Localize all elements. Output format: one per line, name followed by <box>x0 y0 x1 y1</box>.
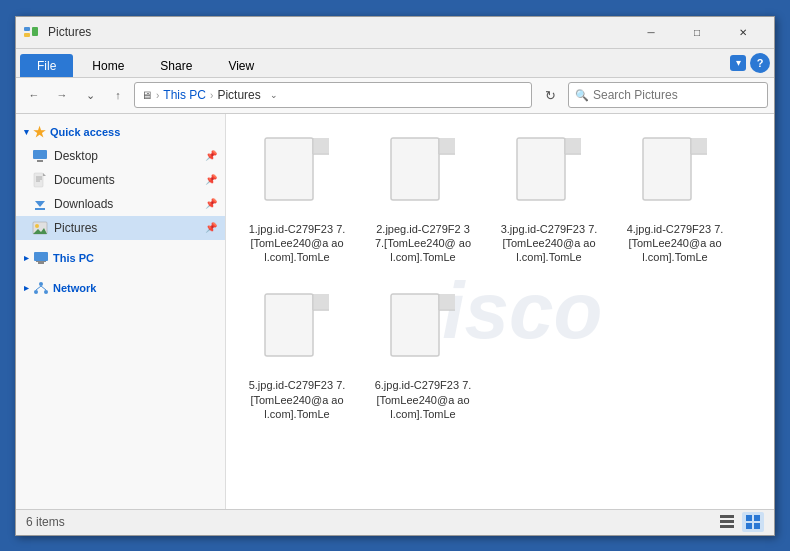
sidebar-item-documents[interactable]: Documents 📌 <box>16 168 225 192</box>
svg-rect-15 <box>34 252 48 261</box>
svg-point-13 <box>35 224 39 228</box>
tab-share[interactable]: Share <box>143 54 209 77</box>
file-grid: 1.jpg.id-C279F23 7.[TomLee240@a aol.com]… <box>242 130 758 428</box>
search-input[interactable] <box>593 88 761 102</box>
svg-rect-58 <box>746 523 752 529</box>
svg-rect-50 <box>439 294 455 310</box>
pin-icon: 📌 <box>205 150 217 161</box>
breadcrumb-dropdown[interactable]: ⌄ <box>265 82 283 108</box>
sidebar-item-pictures[interactable]: Pictures 📌 <box>16 216 225 240</box>
up-button[interactable]: ↑ <box>106 83 130 107</box>
svg-rect-3 <box>33 150 47 159</box>
file-icon <box>261 292 333 372</box>
svg-rect-11 <box>35 208 45 210</box>
file-name: 5.jpg.id-C279F23 7.[TomLee240@a aol.com]… <box>248 378 346 421</box>
this-pc-icon <box>33 250 49 266</box>
sidebar-label-downloads: Downloads <box>54 197 113 211</box>
pin-icon-pictures: 📌 <box>205 222 217 233</box>
svg-rect-35 <box>565 138 581 154</box>
search-box[interactable]: 🔍 <box>568 82 768 108</box>
search-icon: 🔍 <box>575 89 589 102</box>
sidebar-item-desktop[interactable]: Desktop 📌 <box>16 144 225 168</box>
svg-marker-10 <box>35 201 45 207</box>
svg-rect-16 <box>38 262 44 264</box>
svg-rect-40 <box>691 138 707 154</box>
maximize-button[interactable]: □ <box>674 16 720 48</box>
sidebar-item-downloads[interactable]: Downloads 📌 <box>16 192 225 216</box>
back-button[interactable]: ← <box>22 83 46 107</box>
desktop-icon <box>32 148 48 164</box>
file-icon <box>387 136 459 216</box>
pictures-icon <box>32 220 48 236</box>
sidebar: ▾ ★ Quick access Desktop 📌 Documents 📌 <box>16 114 226 509</box>
breadcrumb-sep-1: › <box>156 90 159 101</box>
file-name: 4.jpg.id-C279F23 7.[TomLee240@a aol.com]… <box>626 222 724 265</box>
tab-view[interactable]: View <box>211 54 271 77</box>
tab-file[interactable]: File <box>20 54 73 77</box>
svg-rect-25 <box>313 138 329 154</box>
sidebar-label-desktop: Desktop <box>54 149 98 163</box>
network-header[interactable]: ▸ Network <box>16 274 225 300</box>
quick-access-label: Quick access <box>50 126 120 138</box>
view-controls <box>716 512 764 532</box>
ribbon-tabs: File Home Share View ▾ ? <box>16 49 774 77</box>
list-view-button[interactable] <box>716 512 738 532</box>
quick-access-header[interactable]: ▾ ★ Quick access <box>16 118 225 144</box>
svg-rect-33 <box>517 138 565 200</box>
file-item[interactable]: 3.jpg.id-C279F23 7.[TomLee240@a aol.com]… <box>494 130 604 271</box>
network-icon <box>33 280 49 296</box>
svg-rect-28 <box>391 138 439 200</box>
breadcrumb-pictures[interactable]: Pictures <box>217 88 260 102</box>
svg-rect-30 <box>439 138 455 154</box>
svg-rect-0 <box>24 27 30 31</box>
breadcrumb-this-pc[interactable]: This PC <box>163 88 206 102</box>
this-pc-header[interactable]: ▸ This PC <box>16 244 225 270</box>
pin-icon-downloads: 📌 <box>205 198 217 209</box>
svg-rect-5 <box>34 173 43 187</box>
help-button[interactable]: ? <box>750 53 770 73</box>
explorer-window: Pictures ─ □ ✕ File Home Share View ▾ ? … <box>15 16 775 536</box>
svg-rect-23 <box>265 138 313 200</box>
svg-rect-1 <box>24 33 30 37</box>
recent-locations-button[interactable]: ⌄ <box>78 83 102 107</box>
title-bar-controls: ─ □ ✕ <box>628 16 766 48</box>
window-icon <box>24 26 40 38</box>
close-button[interactable]: ✕ <box>720 16 766 48</box>
svg-point-20 <box>44 290 48 294</box>
file-area: cisco 1.jpg.id-C279F23 7.[TomLee240@a ao… <box>226 114 774 509</box>
file-item[interactable]: 6.jpg.id-C279F23 7.[TomLee240@a aol.com]… <box>368 286 478 427</box>
svg-rect-53 <box>720 515 734 518</box>
file-item[interactable]: 5.jpg.id-C279F23 7.[TomLee240@a aol.com]… <box>242 286 352 427</box>
chevron-right-icon: ▸ <box>24 253 29 263</box>
svg-point-18 <box>39 282 43 286</box>
svg-point-19 <box>34 290 38 294</box>
file-item[interactable]: 4.jpg.id-C279F23 7.[TomLee240@a aol.com]… <box>620 130 730 271</box>
network-label: Network <box>53 282 96 294</box>
main-area: ▾ ★ Quick access Desktop 📌 Documents 📌 <box>16 114 774 509</box>
forward-button[interactable]: → <box>50 83 74 107</box>
svg-rect-55 <box>720 525 734 528</box>
svg-rect-56 <box>746 515 752 521</box>
icon-view-button[interactable] <box>742 512 764 532</box>
sidebar-label-pictures: Pictures <box>54 221 97 235</box>
svg-rect-4 <box>37 160 43 162</box>
minimize-button[interactable]: ─ <box>628 16 674 48</box>
computer-icon: 🖥 <box>141 89 152 101</box>
file-name: 1.jpg.id-C279F23 7.[TomLee240@a aol.com]… <box>248 222 346 265</box>
svg-rect-2 <box>32 27 38 36</box>
breadcrumb-sep-2: › <box>210 90 213 101</box>
ribbon-expand-button[interactable]: ▾ <box>730 55 746 71</box>
svg-line-22 <box>41 286 46 290</box>
file-item[interactable]: 1.jpg.id-C279F23 7.[TomLee240@a aol.com]… <box>242 130 352 271</box>
svg-rect-45 <box>313 294 329 310</box>
this-pc-label: This PC <box>53 252 94 264</box>
refresh-button[interactable]: ↻ <box>536 82 564 108</box>
ribbon: File Home Share View ▾ ? <box>16 49 774 78</box>
svg-rect-17 <box>36 261 46 262</box>
svg-rect-57 <box>754 515 760 521</box>
file-item[interactable]: 2.jpeg.id-C279F2 37.[TomLee240@ aol.com]… <box>368 130 478 271</box>
chevron-down-icon: ▾ <box>24 127 29 137</box>
svg-rect-54 <box>720 520 734 523</box>
tab-home[interactable]: Home <box>75 54 141 77</box>
quick-access-star-icon: ★ <box>33 124 46 140</box>
